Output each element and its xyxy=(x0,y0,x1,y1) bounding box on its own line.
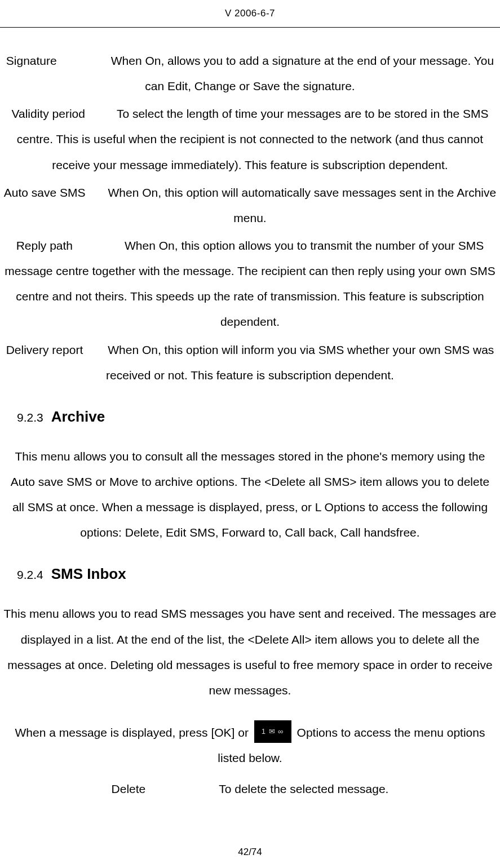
def-text: When On, allows you to add a signature a… xyxy=(111,54,494,92)
voicemail-key-icon: 1 ✉ ∞ xyxy=(254,720,291,743)
smsinbox-paragraph-1: This menu allows you to read SMS message… xyxy=(3,601,497,703)
def-text: To select the length of time your messag… xyxy=(17,107,489,171)
smsinbox-paragraph-2: When a message is displayed, press [OK] … xyxy=(3,720,497,770)
heading-number: 9.2.3 xyxy=(17,411,43,424)
def-delivery-report: Delivery reportWhen On, this option will… xyxy=(3,337,497,388)
def-label: Auto save SMS xyxy=(4,186,86,199)
heading-sms-inbox: 9.2.4 SMS Inbox xyxy=(3,565,497,583)
def-label: Validity period xyxy=(12,107,85,120)
def-text: When On, this option will inform you via… xyxy=(106,343,494,382)
def-text: To delete the selected message. xyxy=(219,782,388,795)
def-label: Delete xyxy=(112,782,146,795)
def-label: Reply path xyxy=(16,239,73,252)
header-divider xyxy=(0,27,500,28)
page-number: 42/74 xyxy=(0,847,500,858)
text-pre: When a message is displayed, press [OK] … xyxy=(15,726,252,739)
def-label: Delivery report xyxy=(6,343,83,356)
def-delete: DeleteTo delete the selected message. xyxy=(3,776,497,801)
archive-paragraph: This menu allows you to consult all the … xyxy=(3,444,497,546)
def-text: When On, this option will automatically … xyxy=(108,186,497,224)
def-auto-save-sms: Auto save SMSWhen On, this option will a… xyxy=(3,180,497,231)
definition-list: SignatureWhen On, allows you to add a si… xyxy=(3,48,497,388)
def-validity-period: Validity periodTo select the length of t… xyxy=(3,101,497,177)
heading-archive: 9.2.3 Archive xyxy=(3,408,497,426)
heading-title: Archive xyxy=(51,408,105,426)
def-reply-path: Reply pathWhen On, this option allows yo… xyxy=(3,233,497,335)
doc-version: V 2006-6-7 xyxy=(0,0,500,27)
def-label: Signature xyxy=(6,54,57,67)
heading-number: 9.2.4 xyxy=(17,568,43,582)
def-text: When On, this option allows you to trans… xyxy=(5,239,495,328)
heading-title: SMS Inbox xyxy=(51,565,126,583)
def-signature: SignatureWhen On, allows you to add a si… xyxy=(3,48,497,99)
